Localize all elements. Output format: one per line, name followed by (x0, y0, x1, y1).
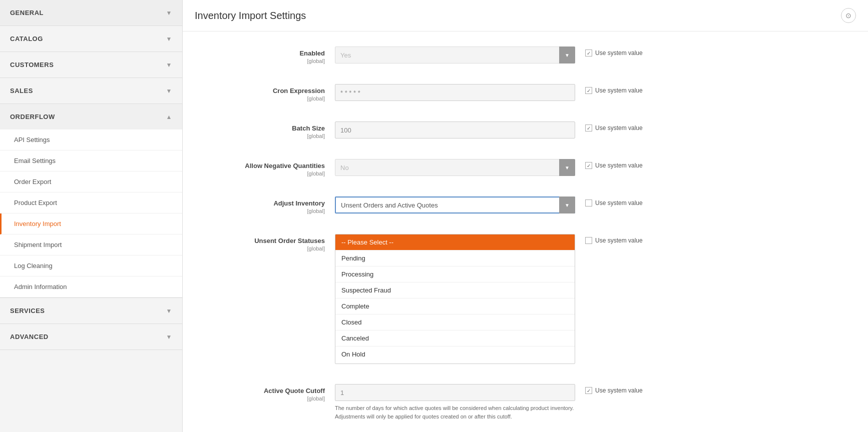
list-item[interactable]: Canceled (335, 330, 575, 346)
input-cron-expression[interactable] (335, 84, 575, 101)
use-system-value-checkbox-allow-negative-quantities[interactable]: ✓ (585, 162, 592, 169)
form-row-unsent-order-statuses: Unsent Order Statuses[global]-- Please S… (195, 234, 856, 374)
sidebar-item-shipment-import[interactable]: Shipment Import (0, 234, 182, 256)
form-label-active-quote-cutoff: Active Quote Cutoff (264, 387, 325, 394)
form-control-col-unsent-order-statuses: -- Please Select --PendingProcessingSusp… (335, 234, 575, 364)
chevron-down-icon: ▼ (166, 334, 172, 340)
select-wrapper-allow-negative-quantities: YesNo▼ (335, 159, 575, 176)
form-label-unsent-order-statuses: Unsent Order Statuses (254, 237, 325, 244)
list-item[interactable]: Pending (335, 250, 575, 266)
sidebar-item-inventory-import[interactable]: Inventory Import (0, 214, 182, 234)
system-col-allow-negative-quantities: ✓Use system value (575, 159, 675, 169)
form-sublabel-allow-negative-quantities: [global] (195, 170, 325, 176)
main-content-area: Inventory Import Settings ⊙ Enabled[glob… (183, 0, 868, 432)
form-control-col-allow-negative-quantities: YesNo▼ (335, 159, 575, 176)
sidebar: GENERAL▼CATALOG▼CUSTOMERS▼SALES▼ORDERFLO… (0, 0, 183, 432)
multiselect-unsent-order-statuses[interactable]: -- Please Select --PendingProcessingSusp… (335, 234, 575, 364)
list-item[interactable]: Suspected Fraud (335, 282, 575, 298)
form-help-active-quote-cutoff: The number of days for which active quot… (335, 404, 575, 420)
use-system-value-label-active-quote-cutoff: Use system value (595, 387, 643, 394)
list-item[interactable]: Complete (335, 298, 575, 314)
use-system-value-label-batch-size: Use system value (595, 124, 643, 132)
sidebar-section-label-orderflow: ORDERFLOW (10, 113, 55, 120)
chevron-down-icon: ▼ (166, 88, 172, 94)
sidebar-section-general: GENERAL▼ (0, 0, 182, 26)
form-row-active-quote-cutoff: Active Quote Cutoff[global]The number of… (195, 384, 856, 430)
use-system-value-checkbox-unsent-order-statuses[interactable] (585, 237, 592, 244)
sidebar-section-label-customers: CUSTOMERS (10, 61, 54, 68)
sidebar-item-log-cleaning[interactable]: Log Cleaning (0, 256, 182, 276)
sidebar-section-catalog: CATALOG▼ (0, 26, 182, 52)
form-area: Enabled[global]YesNo▼✓Use system valueCr… (183, 32, 868, 432)
select-enabled[interactable]: YesNo (335, 46, 575, 64)
form-control-col-active-quote-cutoff: The number of days for which active quot… (335, 384, 575, 420)
main-header: Inventory Import Settings ⊙ (183, 0, 868, 32)
system-col-active-quote-cutoff: ✓Use system value (575, 384, 675, 394)
form-sublabel-cron-expression: [global] (195, 96, 325, 102)
sidebar-item-product-export[interactable]: Product Export (0, 192, 182, 214)
list-item[interactable]: -- Please Select -- (335, 234, 575, 250)
system-col-unsent-order-statuses: Use system value (575, 234, 675, 244)
form-row-batch-size: Batch Size[global]✓Use system value (195, 122, 856, 149)
list-item[interactable]: Closed (335, 314, 575, 330)
form-label-col-enabled: Enabled[global] (195, 46, 335, 64)
list-item[interactable]: Processing (335, 266, 575, 282)
form-control-col-adjust-inventory: Unsent Orders and Active QuotesUnsent Or… (335, 196, 575, 214)
sidebar-item-email-settings[interactable]: Email Settings (0, 150, 182, 172)
input-batch-size[interactable] (335, 122, 575, 138)
sidebar-item-api-settings[interactable]: API Settings (0, 130, 182, 150)
form-sublabel-batch-size: [global] (195, 133, 325, 139)
form-label-enabled: Enabled (299, 50, 325, 57)
sidebar-section-header-catalog[interactable]: CATALOG▼ (0, 26, 182, 52)
sidebar-section-header-services[interactable]: SERVICES▼ (0, 298, 182, 324)
list-item[interactable]: On Hold (335, 346, 575, 362)
sidebar-section-header-customers[interactable]: CUSTOMERS▼ (0, 52, 182, 78)
use-system-value-checkbox-adjust-inventory[interactable] (585, 200, 592, 206)
chevron-down-icon: ▼ (166, 10, 172, 16)
form-control-col-enabled: YesNo▼ (335, 46, 575, 64)
form-sublabel-unsent-order-statuses: [global] (195, 246, 325, 252)
sidebar-section-sales: SALES▼ (0, 78, 182, 104)
form-label-adjust-inventory: Adjust Inventory (273, 200, 325, 207)
collapse-button[interactable]: ⊙ (841, 8, 856, 23)
form-row-enabled: Enabled[global]YesNo▼✓Use system value (195, 46, 856, 74)
use-system-value-checkbox-enabled[interactable]: ✓ (585, 50, 592, 56)
sidebar-section-label-advanced: ADVANCED (10, 333, 49, 340)
form-label-col-active-quote-cutoff: Active Quote Cutoff[global] (195, 384, 335, 402)
use-system-value-checkbox-active-quote-cutoff[interactable]: ✓ (585, 387, 592, 394)
select-wrapper-adjust-inventory: Unsent Orders and Active QuotesUnsent Or… (335, 196, 575, 214)
sidebar-section-header-general[interactable]: GENERAL▼ (0, 0, 182, 26)
sidebar-section-label-services: SERVICES (10, 307, 45, 314)
sidebar-item-admin-information[interactable]: Admin Information (0, 276, 182, 298)
sidebar-section-advanced: ADVANCED▼ (0, 324, 182, 350)
use-system-value-checkbox-batch-size[interactable]: ✓ (585, 124, 592, 132)
form-label-allow-negative-quantities: Allow Negative Quantities (245, 162, 325, 170)
form-label-col-adjust-inventory: Adjust Inventory[global] (195, 196, 335, 214)
sidebar-item-order-export[interactable]: Order Export (0, 172, 182, 192)
input-active-quote-cutoff[interactable] (335, 384, 575, 401)
use-system-value-label-allow-negative-quantities: Use system value (595, 162, 643, 169)
select-wrapper-enabled: YesNo▼ (335, 46, 575, 64)
form-row-cron-expression: Cron Expression[global]✓Use system value (195, 84, 856, 112)
use-system-value-label-cron-expression: Use system value (595, 87, 643, 94)
sidebar-section-header-orderflow[interactable]: ORDERFLOW▲ (0, 104, 182, 130)
form-label-col-batch-size: Batch Size[global] (195, 122, 335, 139)
sidebar-section-header-advanced[interactable]: ADVANCED▼ (0, 324, 182, 350)
sidebar-section-customers: CUSTOMERS▼ (0, 52, 182, 78)
form-sublabel-enabled: [global] (195, 58, 325, 64)
use-system-value-label-adjust-inventory: Use system value (595, 200, 643, 206)
use-system-value-checkbox-cron-expression[interactable]: ✓ (585, 87, 592, 94)
system-col-adjust-inventory: Use system value (575, 196, 675, 206)
select-adjust-inventory[interactable]: Unsent Orders and Active QuotesUnsent Or… (335, 196, 575, 214)
form-label-cron-expression: Cron Expression (273, 87, 325, 94)
sidebar-section-header-sales[interactable]: SALES▼ (0, 78, 182, 104)
select-allow-negative-quantities[interactable]: YesNo (335, 159, 575, 176)
use-system-value-label-enabled: Use system value (595, 50, 643, 56)
sidebar-section-label-general: GENERAL (10, 9, 44, 16)
form-sublabel-active-quote-cutoff: [global] (195, 396, 325, 402)
sidebar-items-orderflow: API SettingsEmail SettingsOrder ExportPr… (0, 130, 182, 298)
sidebar-section-label-sales: SALES (10, 87, 33, 94)
form-control-col-batch-size (335, 122, 575, 138)
system-col-batch-size: ✓Use system value (575, 122, 675, 132)
form-control-col-cron-expression (335, 84, 575, 101)
